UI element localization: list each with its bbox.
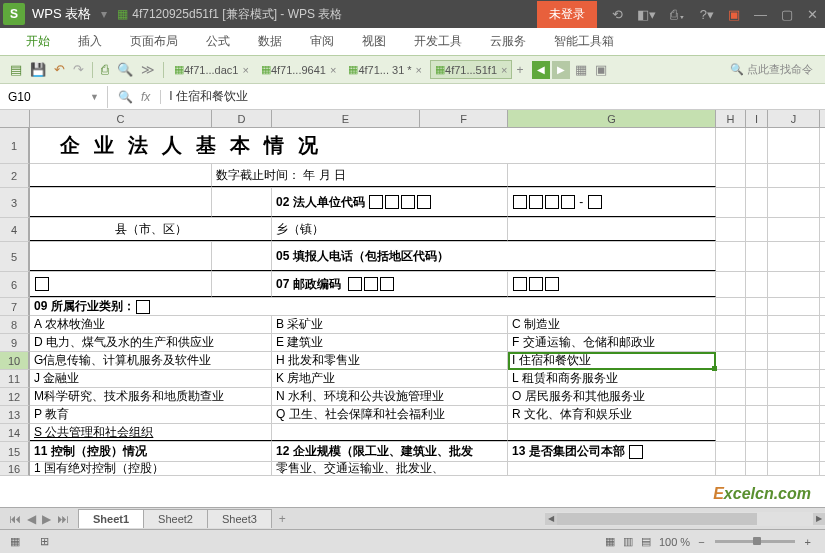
cell[interactable]: 1 国有绝对控制（控股） — [30, 462, 272, 475]
row-header[interactable]: 15 — [0, 442, 30, 462]
row-header[interactable]: 9 — [0, 334, 30, 352]
cell[interactable]: 数字截止时间： 年 月 日 — [212, 164, 508, 187]
sync-icon[interactable]: ⟲ — [612, 7, 623, 22]
search-commands[interactable]: 🔍 点此查找命令 — [730, 62, 813, 77]
cell[interactable]: B 采矿业 — [272, 316, 508, 333]
cell[interactable]: C 制造业 — [508, 316, 716, 333]
collapse-icon[interactable]: ▣ — [728, 7, 740, 22]
col-header[interactable]: H — [716, 110, 746, 127]
status-icon[interactable]: ⊞ — [40, 535, 49, 548]
row-header-selected[interactable]: 10 — [0, 352, 30, 370]
col-header[interactable]: D — [212, 110, 272, 127]
pin-icon[interactable]: ⎙▾ — [670, 7, 686, 22]
cell[interactable]: 12 企业规模（限工业、建筑业、批发 — [272, 442, 508, 461]
cell[interactable]: 13 是否集团公司本部 — [508, 442, 716, 461]
overflow-icon[interactable]: ≫ — [141, 62, 155, 77]
doc-tab[interactable]: ▦4f71...dac1× — [170, 61, 253, 78]
cell-title[interactable]: 企业法人基本情况 — [30, 128, 716, 163]
cell[interactable]: 09 所属行业类别： — [30, 298, 716, 315]
undo-icon[interactable]: ↶ — [54, 62, 65, 77]
cells-area[interactable]: 企业法人基本情况 数字截止时间： 年 月 日 02 法人单位代码 - 县（市、区… — [30, 128, 825, 476]
row-header[interactable]: 13 — [0, 406, 30, 424]
cell[interactable]: 05 填报人电话（包括地区代码） — [272, 242, 716, 271]
sheet-nav[interactable]: ⏮◀▶⏭ — [0, 512, 78, 526]
add-sheet-button[interactable]: + — [271, 509, 294, 529]
menu-tab-start[interactable]: 开始 — [12, 28, 64, 55]
cell[interactable]: 07 邮政编码 — [272, 272, 508, 297]
menu-tab-formula[interactable]: 公式 — [192, 28, 244, 55]
cell[interactable]: E 建筑业 — [272, 334, 508, 351]
row-header[interactable]: 6 — [0, 272, 30, 298]
sheet-tab[interactable]: Sheet2 — [143, 509, 208, 528]
col-header[interactable]: I — [746, 110, 768, 127]
row-header[interactable]: 3 — [0, 188, 30, 218]
view-page-icon[interactable]: ▥ — [623, 535, 633, 548]
row-header[interactable]: 8 — [0, 316, 30, 334]
zoom-level[interactable]: 100 % — [659, 536, 690, 548]
cell[interactable]: H 批发和零售业 — [272, 352, 508, 369]
close-tab-icon[interactable]: × — [416, 64, 422, 76]
cell[interactable]: M科学研究、技术服务和地质勘查业 — [30, 388, 272, 405]
cell[interactable]: 02 法人单位代码 — [272, 188, 508, 217]
row-header[interactable]: 12 — [0, 388, 30, 406]
row-header[interactable]: 11 — [0, 370, 30, 388]
cell[interactable]: K 房地产业 — [272, 370, 508, 387]
select-all-corner[interactable] — [0, 110, 30, 127]
zoom-slider[interactable] — [715, 540, 795, 543]
row-header[interactable]: 7 — [0, 298, 30, 316]
fx-button[interactable]: fx — [141, 90, 150, 104]
app-menu-dropdown[interactable]: ▾ — [101, 7, 107, 21]
save-icon[interactable]: 💾 — [30, 62, 46, 77]
menu-tab-dev[interactable]: 开发工具 — [400, 28, 476, 55]
cell[interactable]: 乡（镇） — [272, 218, 508, 241]
view-normal-icon[interactable]: ▦ — [605, 535, 615, 548]
zoom-out-button[interactable]: − — [698, 536, 704, 548]
close-icon[interactable]: ✕ — [807, 7, 818, 22]
row-header[interactable]: 5 — [0, 242, 30, 272]
skin-icon[interactable]: ◧▾ — [637, 7, 656, 22]
formula-input[interactable]: I 住宿和餐饮业 — [161, 84, 825, 109]
menu-tab-tools[interactable]: 智能工具箱 — [540, 28, 628, 55]
tab-prev-button[interactable]: ◀ — [532, 61, 550, 79]
redo-icon[interactable]: ↷ — [73, 62, 84, 77]
close-tab-icon[interactable]: × — [330, 64, 336, 76]
status-icon[interactable]: ▦ — [10, 535, 20, 548]
row-header[interactable]: 16 — [0, 462, 30, 476]
scroll-thumb[interactable] — [557, 513, 757, 525]
name-box[interactable]: G10▼ — [0, 86, 108, 108]
col-header[interactable]: C — [30, 110, 212, 127]
col-header[interactable]: F — [420, 110, 508, 127]
menu-tab-review[interactable]: 审阅 — [296, 28, 348, 55]
maximize-icon[interactable]: ▢ — [781, 7, 793, 22]
cell[interactable]: 县（市、区） — [30, 218, 272, 241]
cell[interactable]: N 水利、环境和公共设施管理业 — [272, 388, 508, 405]
col-header[interactable]: E — [272, 110, 420, 127]
cell[interactable]: F 交通运输、仓储和邮政业 — [508, 334, 716, 351]
cell[interactable]: R 文化、体育和娱乐业 — [508, 406, 716, 423]
row-header[interactable]: 2 — [0, 164, 30, 188]
cell-active[interactable]: I 住宿和餐饮业 — [508, 352, 716, 369]
menu-tab-cloud[interactable]: 云服务 — [476, 28, 540, 55]
tab-next-button[interactable]: ▶ — [552, 61, 570, 79]
help-icon[interactable]: ?▾ — [700, 7, 714, 22]
add-tab-icon[interactable]: + — [516, 63, 523, 77]
list-icon[interactable]: ▦ — [575, 62, 587, 77]
menu-tab-data[interactable]: 数据 — [244, 28, 296, 55]
cell[interactable]: L 租赁和商务服务业 — [508, 370, 716, 387]
cell[interactable]: D 电力、煤气及水的生产和供应业 — [30, 334, 272, 351]
row-header[interactable]: 1 — [0, 128, 30, 164]
row-header[interactable]: 14 — [0, 424, 30, 442]
cell[interactable]: O 居民服务和其他服务业 — [508, 388, 716, 405]
new-icon[interactable]: ▤ — [10, 62, 22, 77]
cell[interactable]: 零售业、交通运输业、批发业、 — [272, 462, 508, 475]
fx-search-icon[interactable]: 🔍 — [118, 90, 133, 104]
zoom-in-button[interactable]: + — [805, 536, 811, 548]
cell[interactable]: J 金融业 — [30, 370, 272, 387]
print-icon[interactable]: ⎙ — [101, 62, 109, 77]
cell[interactable]: P 教育 — [30, 406, 272, 423]
cell[interactable]: A 农林牧渔业 — [30, 316, 272, 333]
sheet-tab[interactable]: Sheet3 — [207, 509, 272, 528]
menu-tab-insert[interactable]: 插入 — [64, 28, 116, 55]
view-break-icon[interactable]: ▤ — [641, 535, 651, 548]
doc-tab[interactable]: ▦4f71...9641× — [257, 61, 341, 78]
